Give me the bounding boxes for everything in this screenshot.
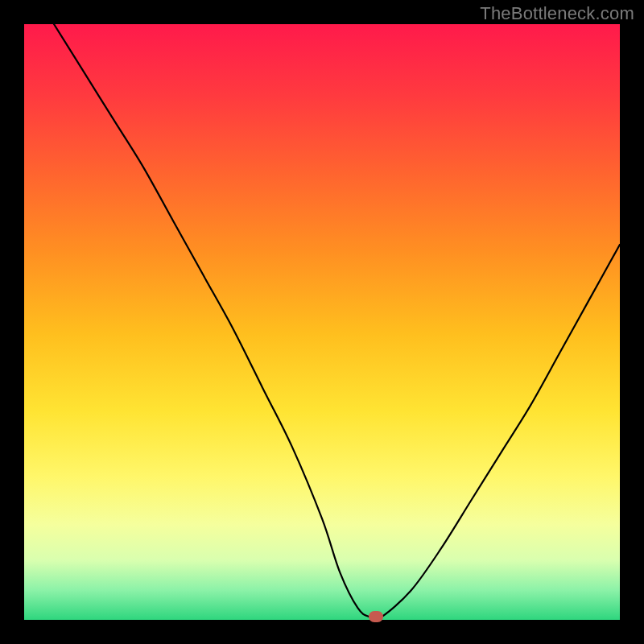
chart-frame: TheBottleneck.com bbox=[0, 0, 644, 644]
optimum-marker bbox=[369, 611, 383, 622]
watermark-text: TheBottleneck.com bbox=[480, 3, 634, 24]
plot-area bbox=[24, 24, 620, 620]
curve-svg bbox=[24, 24, 620, 620]
bottleneck-curve bbox=[54, 24, 620, 619]
